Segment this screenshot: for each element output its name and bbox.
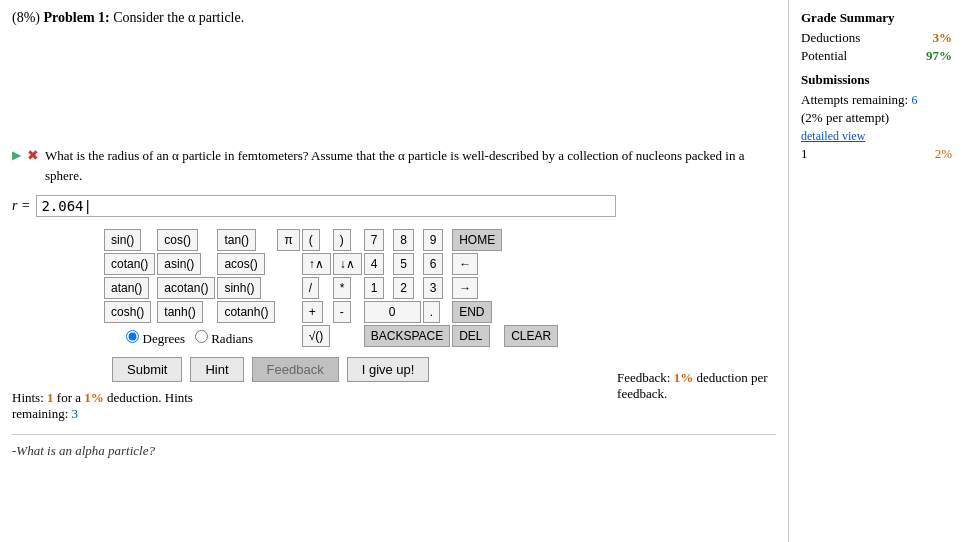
lparen-button[interactable]: ( [302,229,320,251]
degrees-row: Degrees Radians [126,331,253,346]
calc-table: sin() cos() tan() π ( ) 7 8 9 HOME cotan… [102,227,560,349]
five-button[interactable]: 5 [393,253,414,275]
attempts-value: 6 [911,93,917,107]
eight-button[interactable]: 8 [393,229,414,251]
six-button[interactable]: 6 [423,253,444,275]
asin-button[interactable]: asin() [157,253,201,275]
play-icon: ▶ [12,148,21,163]
r-label: r = [12,198,30,214]
attempts-row: Attempts remaining: 6 [801,92,952,108]
hints-number: 1 [47,390,54,405]
down-arrow-button[interactable]: ↓∧ [333,253,362,275]
hints-middle: for a [57,390,81,405]
hints-remaining: 3 [72,406,79,421]
clear-button[interactable]: CLEAR [504,325,558,347]
degrees-radio[interactable] [126,330,139,343]
hint-answer: -What is an alpha particle? [12,443,776,459]
cos-button[interactable]: cos() [157,229,198,251]
detailed-view-link[interactable]: detailed view [801,129,865,143]
divider [12,434,776,435]
three-button[interactable]: 3 [423,277,444,299]
four-button[interactable]: 4 [364,253,385,275]
problem-description: Consider the α particle. [113,10,244,25]
acotan-button[interactable]: acotan() [157,277,215,299]
sub-pct: 2% [935,146,952,162]
degrees-label: Degrees [143,331,186,346]
deductions-row: Deductions 3% [801,30,952,46]
backspace-button[interactable]: BACKSPACE [364,325,450,347]
sub-num: 1 [801,146,808,162]
sqrt-button[interactable]: √() [302,325,331,347]
question-text: What is the radius of an α particle in f… [45,146,776,185]
potential-label: Potential [801,48,847,64]
radians-radio[interactable] [195,330,208,343]
feedback-prefix: Feedback: [617,370,670,385]
hint-button[interactable]: Hint [190,357,243,382]
atan-button[interactable]: atan() [104,277,149,299]
end-button[interactable]: END [452,301,491,323]
nine-button[interactable]: 9 [423,229,444,251]
cotan-button[interactable]: cotan() [104,253,155,275]
question-row: ▶ ✖ What is the radius of an α particle … [12,146,776,185]
sin-button[interactable]: sin() [104,229,141,251]
mult-button[interactable]: * [333,277,352,299]
submission-row-1: 1 2% [801,146,952,162]
x-icon: ✖ [27,147,39,164]
potential-row: Potential 97% [801,48,952,64]
tanh-button[interactable]: tanh() [157,301,202,323]
grade-summary-title: Grade Summary [801,10,952,26]
problem-label: Problem 1: [44,10,110,25]
minus-button[interactable]: - [333,301,351,323]
div-button[interactable]: / [302,277,319,299]
hints-row: Hints: 1 for a 1% deduction. Hints remai… [12,390,207,422]
cotanh-button[interactable]: cotanh() [217,301,275,323]
one-button[interactable]: 1 [364,277,385,299]
problem-title: (8%) Problem 1: Consider the α particle. [12,10,776,26]
hints-percent: 1% [84,390,104,405]
deductions-label: Deductions [801,30,860,46]
detailed-row: detailed view [801,128,952,144]
input-row: r = [12,195,776,217]
feedback-button[interactable]: Feedback [252,357,339,382]
feedback-info-row: Feedback: 1% deduction per feedback. [617,370,776,402]
calculator: sin() cos() tan() π ( ) 7 8 9 HOME cotan… [102,227,776,349]
hints-prefix: Hints: [12,390,44,405]
radians-label: Radians [211,331,253,346]
del-button[interactable]: DEL [452,325,489,347]
attempts-label: Attempts remaining: [801,92,908,107]
tan-button[interactable]: tan() [217,229,256,251]
zero-button[interactable]: 0 [364,301,421,323]
dot-button[interactable]: . [423,301,440,323]
feedback-percent: 1% [674,370,694,385]
home-button[interactable]: HOME [452,229,502,251]
per-attempt: (2% per attempt) [801,110,889,125]
acos-button[interactable]: acos() [217,253,264,275]
pi-button[interactable]: π [277,229,299,251]
forward-arrow-button[interactable]: → [452,277,478,299]
deductions-value: 3% [933,30,953,46]
sinh-button[interactable]: sinh() [217,277,261,299]
rparen-button[interactable]: ) [333,229,351,251]
two-button[interactable]: 2 [393,277,414,299]
back-arrow-button[interactable]: ← [452,253,478,275]
potential-value: 97% [926,48,952,64]
problem-weight: (8%) [12,10,40,25]
up-arrow-button[interactable]: ↑∧ [302,253,331,275]
give-up-button[interactable]: I give up! [347,357,430,382]
submit-button[interactable]: Submit [112,357,182,382]
plus-button[interactable]: + [302,301,323,323]
seven-button[interactable]: 7 [364,229,385,251]
submissions-title: Submissions [801,72,952,88]
sidebar: Grade Summary Deductions 3% Potential 97… [789,0,964,542]
per-attempt-row: (2% per attempt) [801,110,952,126]
cosh-button[interactable]: cosh() [104,301,151,323]
answer-input[interactable] [36,195,616,217]
